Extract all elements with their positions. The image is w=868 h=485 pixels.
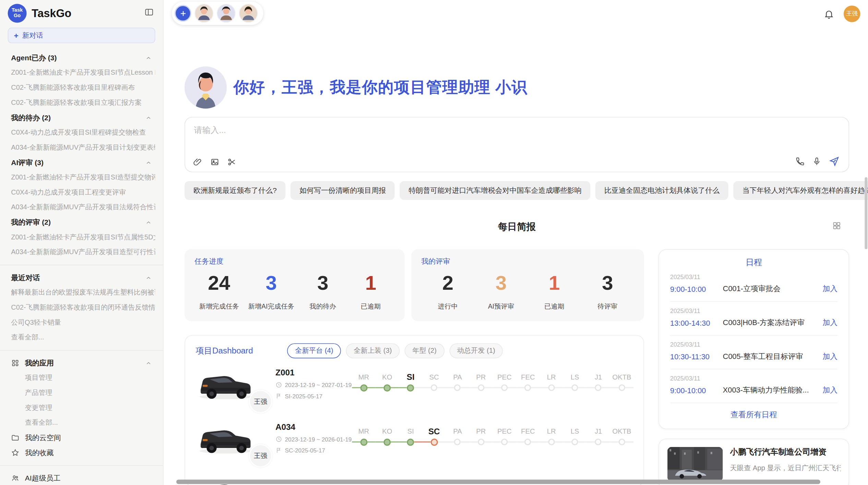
- add-agent-button[interactable]: [174, 5, 191, 22]
- task-item[interactable]: C0X4-动力总成开发项目SI里程碑提交物检查: [8, 125, 155, 140]
- collapse-sidebar-icon[interactable]: [144, 7, 154, 17]
- sidebar-section-3-title: 我的评审 (2): [11, 217, 51, 227]
- phone-icon[interactable]: [795, 157, 805, 166]
- milestone-line: [602, 387, 610, 388]
- project-row[interactable]: 王强Z0012023-12-19 ~ 2027-01-19SI-2025-05-…: [196, 365, 634, 412]
- dashboard-tab[interactable]: 全新上装 (3): [346, 343, 399, 358]
- milestone-dot-row: [610, 383, 634, 392]
- sidebar-section-2-title: AI评审 (3): [11, 158, 44, 167]
- suggestion-chip[interactable]: 如何写一份清晰的项目周报: [291, 181, 395, 200]
- project-dates: 2023-12-19 ~ 2026-01-19: [276, 436, 352, 443]
- image-upload-icon[interactable]: [210, 157, 219, 166]
- dashboard-tab[interactable]: 年型 (2): [405, 343, 444, 358]
- milestone-line: [446, 442, 454, 443]
- user-avatar[interactable]: 王强: [844, 5, 860, 22]
- recent-chat-item[interactable]: 公司Q3轻卡销量: [8, 315, 155, 330]
- new-chat-button[interactable]: + 新对话: [8, 28, 155, 43]
- milestone-dot: [384, 438, 391, 446]
- suggestion-chip[interactable]: 比亚迪全固态电池计划具体说了什么: [595, 181, 728, 200]
- sidebar-section-0[interactable]: Agent已办 (3): [8, 50, 155, 65]
- stat-item: 3待评审: [588, 271, 627, 311]
- sidebar-section-recent[interactable]: 最近对话: [8, 270, 155, 285]
- milestone-line: [625, 387, 634, 388]
- suggestion-chip[interactable]: 当下年轻人对汽车外观有怎样的喜好趋势: [734, 181, 868, 200]
- milestone-dot-row: [446, 383, 469, 392]
- news-card[interactable]: 小鹏飞行汽车制造公司增资 天眼查 App 显示，近日广州汇天飞行汽...: [659, 439, 849, 485]
- clock-icon: [276, 382, 282, 388]
- task-item[interactable]: C02-飞腾新能源轻客改款项目里程碑画布: [8, 80, 155, 95]
- join-button[interactable]: 加入: [822, 385, 837, 395]
- news-title: 小鹏飞行汽车制造公司增资: [730, 447, 841, 458]
- milestone-dot: [431, 384, 437, 391]
- milestone-line: [399, 442, 407, 443]
- sidebar-my-apps[interactable]: 我的应用: [8, 356, 155, 371]
- task-item[interactable]: Z001-全新燃油轻卡产品开发项目SI造型提交物评审: [8, 170, 155, 185]
- milestone-line: [414, 387, 422, 388]
- recent-chat-item[interactable]: C02-飞腾新能源轻客改款项目的闭环通告反馈情况: [8, 300, 155, 315]
- sidebar-section-1[interactable]: 我的待办 (2): [8, 110, 155, 125]
- view-all-schedule-link[interactable]: 查看所有日程: [670, 403, 837, 422]
- microphone-icon[interactable]: [812, 157, 821, 166]
- scissors-icon[interactable]: [227, 157, 237, 166]
- milestone-dot-row: [375, 437, 399, 446]
- app-item[interactable]: 产品管理: [8, 385, 155, 400]
- horizontal-scrollbar[interactable]: [176, 480, 820, 484]
- milestone-track: MRKOSISCPAPRPECFECLRLSJ1OKTB: [352, 420, 634, 467]
- task-item[interactable]: Z001-全新燃油轻卡产品开发项目SI节点属性5D文件评审: [8, 230, 155, 245]
- project-name: Z001: [276, 368, 352, 377]
- send-icon[interactable]: [829, 156, 840, 166]
- task-item[interactable]: Z001-全新燃油皮卡产品开发项目SI节点Lesson Learn报告: [8, 65, 155, 80]
- task-item[interactable]: C02-飞腾新能源轻客改款项目立项汇报方案: [8, 95, 155, 110]
- milestone-label: LS: [571, 425, 579, 438]
- sidebar-item-star[interactable]: 我的收藏: [8, 445, 155, 460]
- suggestion-chip[interactable]: 特朗普可能对进口汽车增税会对中国车企造成哪些影响: [400, 181, 590, 200]
- suggestion-chip[interactable]: 欧洲新规最近颁布了什么?: [184, 181, 286, 200]
- recent-chat-item[interactable]: 查看全部...: [8, 330, 155, 345]
- milestone: FEC: [516, 425, 540, 467]
- layout-grid-icon[interactable]: [832, 221, 841, 230]
- join-button[interactable]: 加入: [822, 284, 837, 294]
- milestone-dot-row: [399, 437, 422, 446]
- project-row[interactable]: 王强A0342023-12-19 ~ 2026-01-19SC-2025-05-…: [196, 420, 634, 467]
- sidebar-my-apps-title: 我的应用: [25, 358, 54, 368]
- chat-input[interactable]: [185, 117, 848, 146]
- event-main: 13:00-14:30C003|H0B-方案冻结评审加入: [670, 318, 837, 328]
- task-item[interactable]: A034-全新新能源MUV产品开发项目计划变更表编写: [8, 140, 155, 155]
- news-snippet: 天眼查 App 显示，近日广州汇天飞行汽...: [730, 463, 841, 473]
- milestone-dot: [595, 384, 602, 391]
- recent-chat-item[interactable]: 解释最新出台的欧盟报废车法规再生塑料比例被调至15%...: [8, 285, 155, 300]
- milestone-label: PA: [453, 371, 462, 383]
- join-button[interactable]: 加入: [822, 318, 837, 328]
- agent-avatar-3[interactable]: [239, 4, 258, 23]
- caret-icon: [145, 54, 152, 61]
- milestone-line: [587, 442, 595, 443]
- app-item[interactable]: 变更管理: [8, 400, 155, 415]
- sidebar-section-3[interactable]: 我的评审 (2): [8, 215, 155, 230]
- milestone-label: PR: [476, 425, 486, 438]
- vertical-scrollbar[interactable]: [865, 177, 867, 249]
- dashboard-tab[interactable]: 动总开发 (1): [449, 343, 503, 358]
- join-button[interactable]: 加入: [822, 352, 837, 362]
- sidebar-tool-people[interactable]: AI超级员工: [8, 471, 155, 485]
- new-chat-label: 新对话: [22, 31, 43, 40]
- task-item[interactable]: A034-全新新能源MUV产品开发项目造型可行性评审: [8, 245, 155, 260]
- task-item[interactable]: C0X4-动力总成开发项目工程变更评审: [8, 185, 155, 200]
- project-list: 王强Z0012023-12-19 ~ 2027-01-19SI-2025-05-…: [196, 365, 634, 485]
- milestone-line: [367, 442, 375, 443]
- topbar-right: 王强: [824, 2, 860, 22]
- sidebar-item-folder[interactable]: 我的云空间: [8, 430, 155, 445]
- notification-bell-icon[interactable]: [824, 9, 834, 19]
- stats-card-title: 任务进度: [195, 257, 395, 266]
- plus-icon: +: [14, 31, 18, 40]
- task-item[interactable]: A034-全新新能源MUV产品开发项目法规符合性评审: [8, 200, 155, 215]
- app-item[interactable]: 查看全部...: [8, 415, 155, 431]
- milestone-label: LR: [547, 371, 556, 383]
- event-time: 13:00-14:30: [670, 319, 723, 327]
- app-item[interactable]: 项目管理: [8, 371, 155, 386]
- agent-avatar-1[interactable]: [195, 4, 214, 23]
- agent-avatar-2[interactable]: [217, 4, 236, 23]
- sidebar-section-2[interactable]: AI评审 (3): [8, 155, 155, 170]
- dashboard-tab[interactable]: 全新平台 (4): [287, 343, 341, 358]
- milestone-dot: [618, 439, 625, 445]
- attachment-icon[interactable]: [193, 157, 202, 166]
